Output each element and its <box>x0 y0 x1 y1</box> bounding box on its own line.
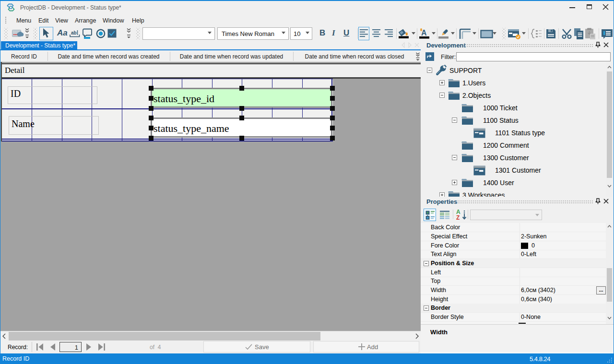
svg-text:A: A <box>421 29 427 37</box>
svg-text:ab: ab <box>71 30 77 35</box>
